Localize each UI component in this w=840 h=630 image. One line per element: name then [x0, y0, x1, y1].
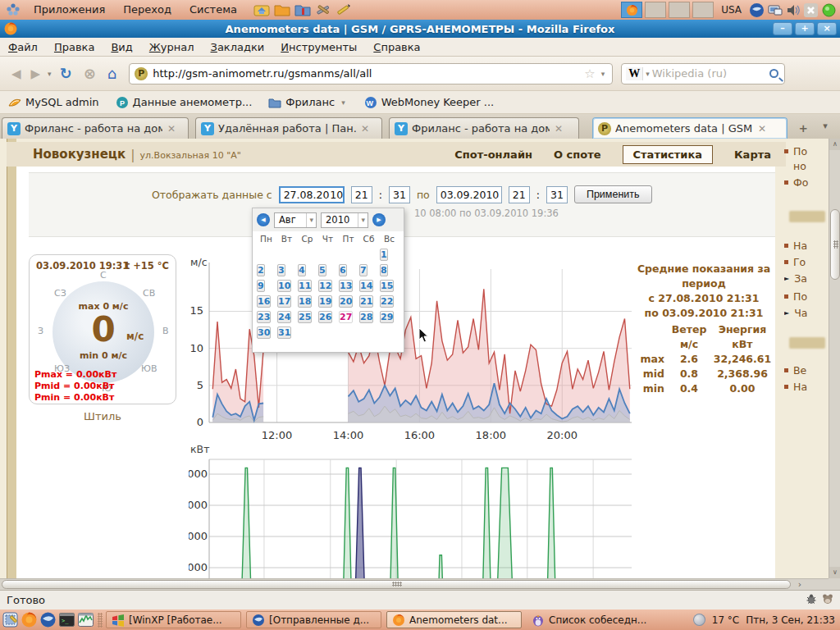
calendar-year-select[interactable]: 2010 ▾	[321, 212, 368, 228]
window-list-firefox-button[interactable]	[621, 2, 642, 18]
keyboard-layout-indicator[interactable]: USA	[721, 4, 742, 16]
bookmark-mysql-admin[interactable]: MySQL admin	[0, 96, 107, 109]
calendar-day-24[interactable]: 24	[277, 311, 291, 323]
forward-button[interactable]: ▶	[26, 66, 46, 81]
calendar-prev-icon[interactable]: ◀	[257, 213, 270, 226]
calendar-day-21[interactable]: 21	[359, 295, 373, 308]
scroll-right-icon[interactable]: ›	[794, 579, 806, 590]
firefox-launcher-icon[interactable]	[21, 611, 38, 628]
calendar-day-23[interactable]: 23	[257, 311, 271, 323]
calendar-day-25[interactable]: 25	[298, 311, 312, 323]
taskbar-task[interactable]: [Отправленные д...	[246, 611, 381, 628]
sidebar-item-cutoff[interactable]: ►За	[784, 272, 807, 285]
history-dropdown-icon[interactable]: ▾	[45, 70, 54, 78]
tab-close-icon[interactable]: ✕	[361, 123, 369, 135]
thunderbird-tray-icon[interactable]	[749, 2, 765, 18]
calendar-day-31[interactable]: 31	[277, 326, 291, 339]
search-bar[interactable]: W ▾ Wikipedia (ru)	[621, 63, 785, 84]
calendar-day-18[interactable]: 18	[298, 295, 312, 308]
calendar-day-8[interactable]: 8	[380, 264, 388, 276]
vertical-scroll-thumb[interactable]	[830, 209, 840, 280]
calendar-day-13[interactable]: 13	[339, 280, 353, 292]
menu-Закладки[interactable]: Закладки	[203, 41, 273, 53]
menu-Вид[interactable]: Вид	[103, 41, 140, 53]
hour-to-input[interactable]: 21	[509, 186, 530, 203]
reload-button[interactable]: ↻	[54, 65, 78, 82]
calendar-day-12[interactable]: 12	[318, 280, 332, 292]
screenshot-tool-icon[interactable]	[2, 611, 19, 628]
sidebar-item-cutoff[interactable]: но	[784, 160, 806, 172]
status-online-tray-icon[interactable]	[821, 2, 837, 18]
taskbar-task[interactable]: Список собеседн...	[527, 611, 656, 628]
calendar-day-10[interactable]: 10	[277, 280, 291, 292]
calendar-day-15[interactable]: 15	[380, 280, 394, 292]
sidebar-item-cutoff[interactable]: Фо	[784, 176, 808, 189]
calendar-day-3[interactable]: 3	[277, 264, 285, 276]
system-monitor-launcher-icon[interactable]	[77, 611, 94, 628]
calendar-day-30[interactable]: 30	[257, 326, 271, 339]
tab-close-icon[interactable]: ✕	[167, 123, 176, 135]
taskbar-clock[interactable]: Птн, 3 Сен, 21:33	[746, 614, 835, 626]
tab-1[interactable]: YФриланс - работа на дом...✕	[2, 117, 189, 139]
url-dropdown-icon[interactable]: ▾	[599, 70, 608, 78]
maximize-button[interactable]: +	[795, 22, 815, 35]
sidebar-item-cutoff[interactable]: По	[784, 290, 807, 303]
minimize-button[interactable]: –	[773, 22, 792, 35]
new-tab-button[interactable]: ＋	[794, 121, 812, 137]
gnome-menu-Приложения[interactable]: Приложения	[25, 0, 114, 20]
calendar-next-icon[interactable]: ▶	[372, 213, 386, 226]
menu-Инструменты[interactable]: Инструменты	[272, 41, 365, 53]
calendar-day-6[interactable]: 6	[339, 264, 347, 276]
vertical-scrollbar[interactable]: ∧ ∨	[829, 139, 840, 578]
home-button[interactable]: ⌂	[102, 65, 122, 82]
menu-Правка[interactable]: Правка	[46, 41, 103, 53]
bookmark-folder[interactable]: Фриланс▾	[260, 96, 355, 109]
calendar-day-27[interactable]: 27	[339, 311, 353, 323]
calendar-day-9[interactable]: 9	[257, 280, 265, 292]
calendar-day-2[interactable]: 2	[257, 264, 265, 276]
calendar-day-1[interactable]: 1	[380, 249, 388, 261]
tools-icon[interactable]	[314, 2, 332, 18]
home-folder-icon[interactable]	[253, 2, 271, 18]
calendar-day-16[interactable]: 16	[257, 295, 271, 308]
site-nav-Статистика[interactable]: Статистика	[623, 145, 713, 164]
pencil-icon[interactable]	[335, 2, 353, 18]
scroll-down-icon[interactable]: ∨	[829, 567, 840, 578]
documents-folder-icon[interactable]	[294, 2, 312, 18]
minute-to-input[interactable]: 31	[546, 186, 568, 203]
tab-3[interactable]: YФриланс - работа на дом...✕	[389, 117, 579, 139]
back-button[interactable]: ◀	[7, 66, 26, 81]
date-to-input[interactable]: 03.09.2010	[436, 186, 502, 203]
menu-Файл[interactable]: Файл	[0, 41, 46, 53]
url-text[interactable]: http://gsm-animometr.ru/gsmanms/all/all	[153, 67, 581, 80]
display-tray-icon[interactable]	[767, 2, 783, 18]
close-button[interactable]: ×	[817, 22, 837, 35]
search-icon[interactable]	[769, 69, 778, 78]
calendar-day-11[interactable]: 11	[298, 280, 312, 292]
terminal-launcher-icon[interactable]: >_	[58, 611, 75, 628]
site-nav-Спот-онлайн[interactable]: Спот-онлайн	[454, 148, 532, 161]
horizontal-scrollbar[interactable]: ›	[0, 578, 829, 590]
calendar-day-28[interactable]: 28	[359, 311, 373, 323]
sidebar-item-cutoff[interactable]: По	[784, 145, 807, 158]
search-input[interactable]: Wikipedia (ru)	[652, 67, 769, 80]
gnome-menu-Переход[interactable]: Переход	[114, 0, 180, 20]
tab-close-icon[interactable]: ✕	[758, 123, 766, 135]
bookmark-anemometer[interactable]: PДанные анемометр...	[107, 96, 261, 109]
calendar-day-29[interactable]: 29	[380, 311, 394, 323]
calendar-day-14[interactable]: 14	[359, 280, 373, 292]
date-from-input[interactable]: 27.08.2010	[279, 186, 345, 203]
weather-temp[interactable]: 17 °C	[712, 614, 739, 626]
menu-Справка[interactable]: Справка	[365, 41, 428, 53]
bookmark-star-icon[interactable]: ☆	[584, 66, 595, 81]
mute-x-tray-icon[interactable]	[803, 2, 819, 18]
list-all-tabs-icon[interactable]: ▾	[817, 121, 833, 137]
calendar-day-19[interactable]: 19	[318, 295, 332, 308]
window-list-empty-slot[interactable]	[645, 2, 666, 18]
sidebar-item-cutoff[interactable]: Го	[784, 256, 806, 268]
stop-button[interactable]: ⊗	[78, 65, 102, 82]
sidebar-item-cutoff[interactable]: Ве	[784, 364, 806, 377]
calendar-day-26[interactable]: 26	[318, 311, 332, 323]
thunderbird-launcher-icon[interactable]	[39, 611, 57, 628]
window-list-empty-slot[interactable]	[692, 2, 714, 18]
